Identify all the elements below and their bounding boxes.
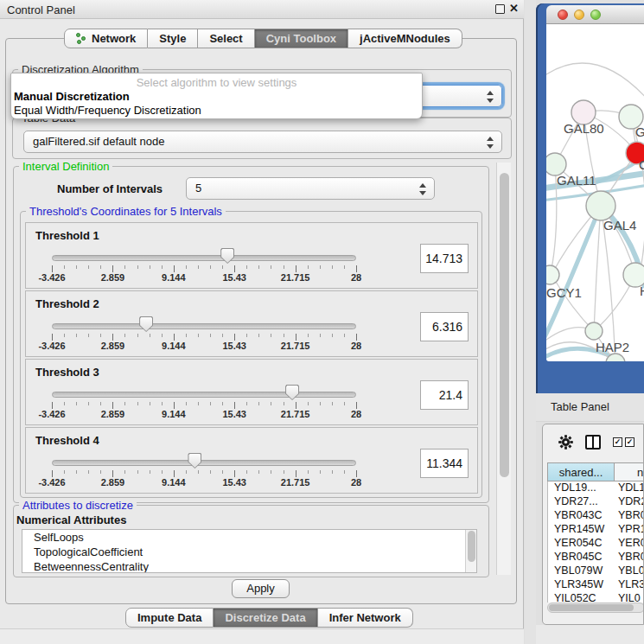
algorithm-option-equal-width[interactable]: Equal Width/Frequency Discretization (14, 104, 201, 117)
tab-network[interactable]: Network (64, 29, 148, 48)
threshold-row: Threshold 1 -3.426 2.859 9.144 15.43 21.… (25, 222, 478, 289)
gear-icon[interactable] (558, 435, 573, 450)
table-data-combobox[interactable]: galFiltered.sif default node (23, 131, 502, 153)
interval-definition-title: Interval Definition (19, 160, 112, 173)
node-gcy1[interactable] (546, 265, 559, 284)
network-canvas[interactable]: GAL80 GA CY GAL11 GAL4 GCY1 H HAP2 (546, 24, 644, 361)
tick-label: 21.715 (281, 409, 310, 419)
algorithm-option-manual[interactable]: Manual Discretization (14, 90, 130, 103)
threshold-slider[interactable] (52, 255, 356, 261)
table-data-group: Table Data galFiltered.sif default node (12, 118, 512, 159)
threshold-row: Threshold 4 -3.426 2.859 9.144 15.43 21.… (25, 427, 478, 494)
tick-label: -3.426 (38, 477, 65, 488)
table-horizontal-scrollbar[interactable] (547, 603, 644, 613)
node-hap2[interactable] (585, 322, 603, 340)
node-label-gal80: GAL80 (564, 121, 604, 136)
table-row[interactable]: YDL19... YDL1 (548, 481, 644, 495)
threshold-slider[interactable] (52, 323, 356, 329)
threshold-label: Threshold 2 (35, 297, 99, 310)
node-label-gal4: GAL4 (603, 218, 636, 233)
table-panel-title: Table Panel (551, 400, 609, 413)
table-row[interactable]: YER054C YER0 (548, 537, 644, 551)
slider-thumb[interactable] (139, 316, 153, 332)
tick-label: -3.426 (38, 272, 65, 283)
tick-label: 21.715 (281, 477, 310, 488)
panel-vertical-scrollbar[interactable] (496, 163, 511, 575)
slider-thumb[interactable] (220, 248, 234, 264)
table-row[interactable]: YBL079W YBL0 (548, 564, 644, 578)
node-table: shared... na YDL19... YDL1 YDR27... YDR2 (547, 462, 644, 603)
attributes-group-title: Attributes to discretize (19, 499, 137, 512)
tick-label: 2.859 (101, 341, 125, 351)
column-settings-icon[interactable] (585, 435, 601, 450)
control-panel-title: Control Panel (7, 3, 75, 16)
node-label-partial-h: H (640, 284, 644, 298)
column-header-name[interactable]: na (615, 463, 644, 481)
number-of-intervals-label: Number of Intervals (57, 182, 163, 195)
control-panel-titlebar: Control Panel ✕ (0, 0, 524, 19)
table-row[interactable]: YIL052C YIL0 (548, 592, 644, 603)
threshold-label: Threshold 3 (35, 366, 99, 379)
slider-major-ticks (52, 265, 357, 272)
numerical-attributes-list[interactable]: SelfLoops TopologicalCoefficient Between… (22, 529, 477, 573)
apply-button[interactable]: Apply (232, 579, 290, 598)
tab-discretize-data[interactable]: Discretize Data (214, 608, 317, 628)
threshold-value-field[interactable]: 14.713 (420, 244, 469, 273)
number-of-intervals-combobox[interactable]: 5 (186, 177, 435, 200)
attribute-item[interactable]: BetweennessCentrality (22, 559, 476, 573)
tick-label: 15.43 (222, 409, 246, 419)
tick-label: -3.426 (38, 409, 65, 419)
network-icon (76, 33, 87, 45)
threshold-value-field[interactable]: 21.4 (420, 380, 469, 410)
tick-label: 2.859 (101, 477, 125, 488)
node-label-partial-c: CY (639, 157, 644, 172)
table-row[interactable]: YBR045C YBR0 (548, 551, 644, 564)
threshold-slider[interactable] (52, 392, 356, 398)
threshold-value-field[interactable]: 6.316 (420, 312, 469, 341)
tab-select[interactable]: Select (198, 29, 254, 48)
node-gal4[interactable] (586, 191, 615, 220)
table-row[interactable]: YDR27... YDR2 (548, 495, 644, 509)
app-root: Control Panel ✕ Network Style Select Cyn… (0, 0, 644, 644)
attributes-scrollbar[interactable] (465, 530, 476, 572)
tab-style[interactable]: Style (148, 29, 198, 48)
node-label-gal11: GAL11 (557, 173, 596, 188)
tab-cyni-toolbox[interactable]: Cyni Toolbox (255, 29, 348, 48)
table-scrollbar-thumb[interactable] (549, 604, 634, 611)
slider-thumb[interactable] (285, 385, 299, 400)
tab-jactivemnodules[interactable]: jActiveMNodules (348, 29, 462, 48)
combo-stepper-icon (486, 90, 494, 104)
attribute-item[interactable]: TopologicalCoefficient (22, 545, 476, 559)
table-panel-footer (536, 625, 644, 644)
tick-label: 28 (351, 341, 361, 351)
table-row[interactable]: YLR345W YLR3 (548, 578, 644, 592)
node-label-hap2: HAP2 (596, 340, 629, 354)
bottom-strip (0, 628, 524, 644)
close-icon[interactable]: ✕ (509, 2, 519, 15)
threshold-slider[interactable] (52, 460, 356, 466)
panel-divider-gutter (525, 0, 536, 644)
table-row[interactable]: YPR145W YPR1 (548, 523, 644, 537)
mac-minimize-icon[interactable] (574, 10, 584, 20)
mac-zoom-icon[interactable] (590, 10, 601, 20)
tick-label: 2.859 (101, 409, 125, 419)
slider-thumb[interactable] (188, 453, 201, 469)
float-window-icon[interactable] (495, 4, 505, 14)
checkbox-checked-icon[interactable]: ✓ (625, 437, 634, 447)
node-label-partial-g: GA (635, 124, 644, 139)
mac-close-icon[interactable] (558, 10, 568, 20)
tab-infer-network[interactable]: Infer Network (318, 608, 413, 628)
checkbox-filter-icons: ✓ ✓ (613, 437, 634, 447)
threshold-value-field[interactable]: 11.344 (420, 449, 469, 478)
table-row[interactable]: YBR043C YBR0 (548, 509, 644, 523)
tick-label: 21.715 (281, 272, 310, 283)
panel-scrollbar-thumb[interactable] (500, 173, 509, 477)
attributes-scrollbar-thumb[interactable] (468, 531, 475, 562)
column-header-shared-name[interactable]: shared... (548, 463, 615, 481)
tick-label: 9.144 (162, 477, 186, 488)
network-window-titlebar[interactable] (546, 5, 644, 24)
attribute-item[interactable]: SelfLoops (22, 530, 476, 545)
tab-impute-data[interactable]: Impute Data (125, 608, 214, 628)
checkbox-checked-icon[interactable]: ✓ (613, 437, 622, 447)
slider-major-ticks (52, 334, 357, 341)
